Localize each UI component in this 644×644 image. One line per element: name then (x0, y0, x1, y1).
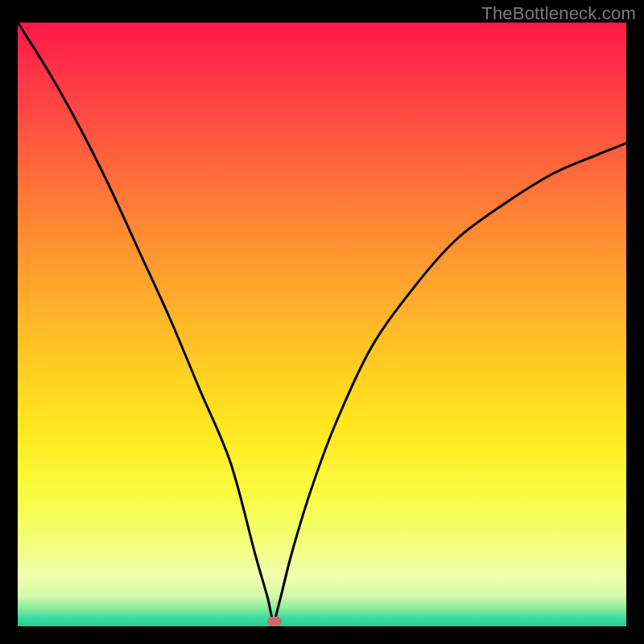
plot-area (18, 23, 626, 626)
bottleneck-curve (18, 23, 626, 626)
optimum-marker (267, 617, 282, 626)
chart-frame: TheBottleneck.com (0, 0, 644, 644)
watermark-text: TheBottleneck.com (481, 3, 636, 24)
